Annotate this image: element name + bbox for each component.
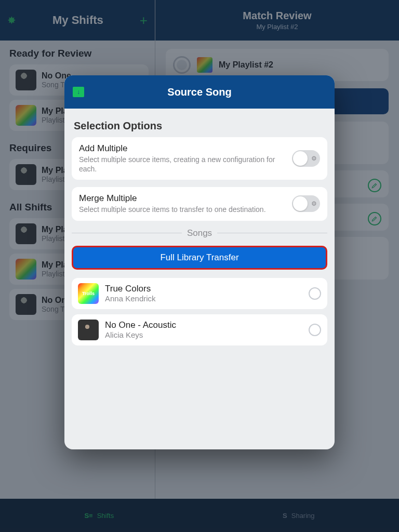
full-library-transfer-button[interactable]: Full Library Transfer xyxy=(72,246,327,270)
radio-select[interactable] xyxy=(309,324,321,336)
button-label: Full Library Transfer xyxy=(160,252,238,263)
radio-select[interactable] xyxy=(309,287,321,300)
modal-title: Source Song xyxy=(167,86,231,98)
toggle-knob xyxy=(293,151,308,166)
option-add-multiple[interactable]: Add Multiple Select multiple source item… xyxy=(72,137,327,180)
divider-label: Songs xyxy=(187,228,212,238)
toggle-add-multiple[interactable]: ⚙ xyxy=(292,150,320,167)
song-title: No One - Acoustic xyxy=(105,320,176,330)
gear-icon: ⚙ xyxy=(311,155,317,162)
app-root: ✸ My Shifts + Ready for Review No One So… xyxy=(0,0,399,532)
toggle-knob xyxy=(293,196,308,211)
modal-body: Selection Options Add Multiple Select mu… xyxy=(64,109,335,449)
gear-icon: ⚙ xyxy=(311,200,317,207)
download-icon[interactable] xyxy=(73,87,84,97)
songs-divider: Songs xyxy=(72,228,327,238)
song-item[interactable]: No One - Acoustic Alicia Keys xyxy=(72,314,327,345)
toggle-merge-multiple[interactable]: ⚙ xyxy=(292,195,320,212)
option-title: Add Multiple xyxy=(79,143,287,154)
option-subtitle: Select multiple source items, creating a… xyxy=(79,155,287,174)
song-item[interactable]: Trolls True Colors Anna Kendrick xyxy=(72,278,327,309)
song-artist: Alicia Keys xyxy=(105,330,176,339)
song-artist: Anna Kendrick xyxy=(105,294,156,303)
song-thumb-icon: Trolls xyxy=(78,283,99,304)
song-title: True Colors xyxy=(105,284,156,294)
source-song-modal: Source Song Selection Options Add Multip… xyxy=(64,75,335,449)
modal-header: Source Song xyxy=(64,75,335,109)
modal-section-title: Selection Options xyxy=(74,120,327,132)
option-merge-multiple[interactable]: Merge Multiple Select multiple source it… xyxy=(72,187,327,220)
song-thumb-icon xyxy=(78,320,99,340)
option-subtitle: Select multiple source items to transfer… xyxy=(79,205,287,214)
option-title: Merge Multiple xyxy=(79,193,287,204)
